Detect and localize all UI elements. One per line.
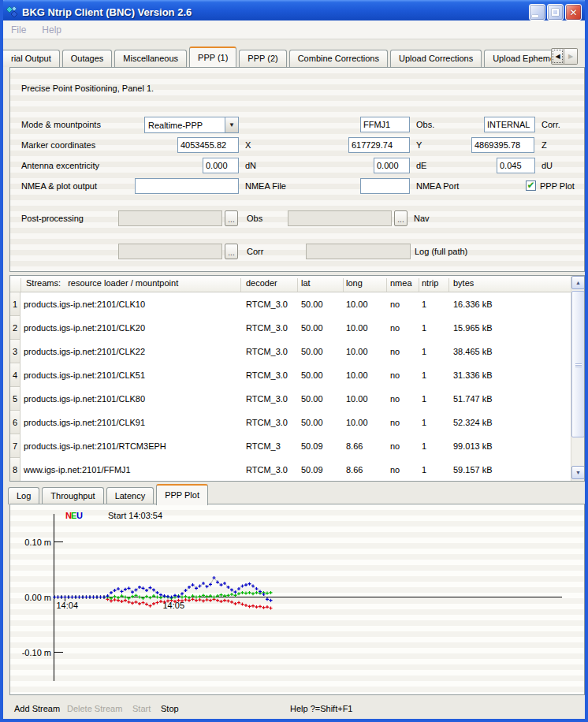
tab-ppp-2[interactable]: PPP (2) [239, 50, 286, 67]
table-row[interactable]: 3products.igs-ip.net:2101/CLK22RTCM_3.05… [10, 340, 571, 363]
svg-text:-0.10 m: -0.10 m [22, 648, 51, 657]
mode-combobox[interactable]: Realtime-PPP ▼ [144, 117, 239, 133]
ppp-plot-label: PPP Plot [540, 181, 575, 191]
nmea-file-field[interactable] [135, 178, 239, 194]
nmea-file-label: NMEA File [245, 181, 286, 191]
table-row[interactable]: 7products.igs-ip.net:2101/RTCM3EPHRTCM_3… [10, 434, 571, 458]
marker-x-label: X [245, 140, 251, 150]
cell-ntrip: 1 [422, 370, 426, 380]
header-bytes[interactable]: bytes [453, 278, 474, 288]
row-number[interactable]: 6 [10, 411, 20, 434]
bottom-tab-latency[interactable]: Latency [106, 487, 154, 504]
post-nav-label: Nav [414, 214, 430, 223]
table-row[interactable]: 8www.igs-ip.net:2101/FFMJ1RTCM_3.050.098… [10, 458, 571, 482]
svg-text:14:04: 14:04 [57, 601, 79, 610]
table-row[interactable]: 6products.igs-ip.net:2101/CLK91RTCM_3.05… [10, 411, 571, 434]
table-row[interactable]: 5products.igs-ip.net:2101/CLK80RTCM_3.05… [10, 387, 571, 411]
row-number[interactable]: 1 [10, 292, 20, 316]
header-nmea[interactable]: nmea [390, 278, 412, 288]
cell-lat: 50.00 [301, 370, 323, 380]
row-number[interactable]: 5 [10, 387, 20, 411]
maximize-button[interactable] [547, 4, 564, 20]
table-row[interactable]: 2products.igs-ip.net:2101/CLK20RTCM_3.05… [10, 316, 571, 340]
svg-text:0.10 m: 0.10 m [24, 538, 51, 547]
streams-table: Streams: resource loader / mountpoint de… [9, 275, 585, 482]
bottom-tab-ppp-plot[interactable]: PPP Plot [156, 484, 208, 505]
cell-mount: products.igs-ip.net:2101/CLK10 [24, 300, 145, 309]
close-button[interactable]: ✕ [565, 4, 582, 20]
cell-long: 8.66 [346, 441, 363, 451]
post-nav-browse-button[interactable]: ... [394, 210, 408, 226]
tab-miscellaneous[interactable]: Miscellaneous [114, 50, 187, 67]
scroll-down-button[interactable]: ▼ [571, 466, 585, 479]
menu-file[interactable]: File [3, 24, 34, 35]
check-icon: ✔ [527, 181, 534, 189]
table-row[interactable]: 1products.igs-ip.net:2101/CLK10RTCM_3.05… [10, 292, 571, 316]
post-log-label: Log (full path) [415, 247, 467, 256]
cell-nmea: no [390, 323, 400, 333]
tab-upload-corrections[interactable]: Upload Corrections [390, 50, 482, 67]
tab-combine-corrections[interactable]: Combine Corrections [289, 50, 388, 67]
corr-mountpoint-field[interactable] [484, 117, 535, 132]
header-lat[interactable]: lat [301, 278, 311, 288]
ppp-plot-checkbox[interactable]: ✔ [526, 180, 536, 191]
cell-long: 8.66 [346, 465, 363, 475]
antenna-de-label: dE [416, 161, 426, 170]
stop-button[interactable]: Stop [161, 704, 179, 713]
tab-outages[interactable]: Outages [62, 50, 113, 67]
row-number[interactable]: 2 [10, 316, 20, 340]
row-number[interactable]: 7 [10, 434, 20, 458]
row-number[interactable]: 4 [10, 363, 20, 387]
cell-bytes: 38.465 kB [453, 347, 493, 356]
post-corr-browse-button[interactable]: ... [225, 244, 238, 259]
cell-ntrip: 1 [422, 465, 426, 475]
cell-nmea: no [390, 394, 400, 404]
menu-help[interactable]: Help [34, 24, 69, 35]
add-stream-button[interactable]: Add Stream [14, 704, 60, 713]
chevron-down-icon[interactable]: ▼ [225, 117, 238, 132]
tab-scroll-left-button[interactable]: ◀ [551, 48, 564, 65]
antenna-dn-label: dN [245, 161, 256, 170]
cell-lat: 50.00 [301, 323, 323, 333]
antenna-dn-field[interactable] [203, 158, 239, 173]
row-number[interactable]: 8 [10, 458, 20, 482]
tab-rial-output[interactable]: rial Output [3, 50, 60, 67]
obs-mountpoint-field[interactable] [360, 117, 410, 132]
minimize-button[interactable] [529, 4, 545, 20]
nmea-port-field[interactable] [360, 178, 410, 194]
tab-upload-ephemeris[interactable]: Upload Ephemeris [484, 50, 555, 67]
antenna-du-field[interactable] [497, 158, 535, 173]
ppp-plot-chart: 0.10 m0.00 m-0.10 m14:0414:05 [10, 504, 584, 694]
marker-z-field[interactable] [471, 137, 534, 153]
marker-x-field[interactable] [177, 137, 239, 153]
cell-decoder: RTCM_3.0 [246, 465, 288, 475]
post-corr-field [118, 244, 222, 259]
cell-decoder: RTCM_3.0 [246, 323, 288, 333]
antenna-de-field[interactable] [374, 158, 410, 173]
row-number[interactable]: 3 [10, 340, 20, 363]
bottom-tab-throughput[interactable]: Throughput [42, 487, 103, 504]
antenna-label: Antenna excentricity [21, 161, 99, 170]
bottom-tab-log[interactable]: Log [8, 487, 39, 504]
header-long[interactable]: long [346, 278, 363, 288]
delete-stream-button: Delete Stream [67, 704, 122, 713]
cell-mount: products.igs-ip.net:2101/CLK51 [24, 370, 145, 380]
cell-mount: www.igs-ip.net:2101/FFMJ1 [24, 465, 131, 475]
header-ntrip[interactable]: ntrip [422, 278, 438, 288]
post-obs-browse-button[interactable]: ... [225, 210, 238, 226]
tab-ppp-1[interactable]: PPP (1) [189, 47, 236, 67]
help-shortcut-label: Help ?=Shift+F1 [290, 704, 353, 713]
tab-scroll-right-button[interactable]: ▶ [564, 48, 578, 65]
marker-y-field[interactable] [348, 137, 410, 153]
header-streams[interactable]: Streams: resource loader / mountpoint [26, 278, 178, 288]
svg-text:0.00 m: 0.00 m [24, 593, 51, 602]
scrollbar-thumb[interactable] [571, 291, 585, 437]
streams-table-header[interactable]: Streams: resource loader / mountpoint de… [10, 276, 571, 292]
table-row[interactable]: 4products.igs-ip.net:2101/CLK51RTCM_3.05… [10, 363, 571, 387]
header-decoder[interactable]: decoder [246, 278, 277, 288]
cell-mount: products.igs-ip.net:2101/CLK80 [24, 394, 145, 404]
cell-long: 10.00 [346, 347, 368, 356]
cell-mount: products.igs-ip.net:2101/CLK91 [24, 418, 145, 427]
table-scrollbar[interactable]: ▲ ▼ [571, 276, 584, 481]
scroll-up-button[interactable]: ▲ [571, 276, 585, 289]
